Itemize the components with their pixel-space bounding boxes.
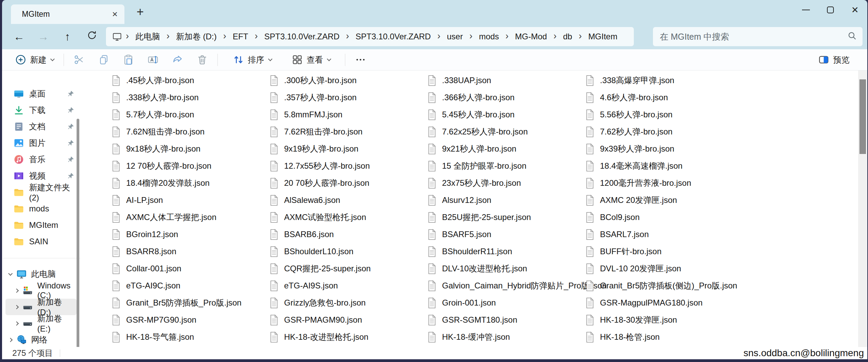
file-item[interactable]: Granit_Br5防弹插板(侧边)_Pro版.json [584,277,742,294]
file-item[interactable]: .338UAP.json [426,72,584,89]
file-item[interactable]: 15 全防护眼罩-bro.json [426,157,584,174]
close-button[interactable]: ✕ [843,0,867,20]
more-button[interactable] [351,51,370,69]
file-item[interactable]: .366秒人弹-bro.json [426,89,584,106]
file-item[interactable]: GSR-MagpulPMAG180.json [584,294,742,311]
file-item[interactable]: BShoulderL10.json [268,243,426,260]
file-item[interactable]: AXMC人体工学握把.json [110,209,268,226]
file-item[interactable]: BSARB6.json [268,226,426,243]
breadcrumb-item[interactable]: MGItem [584,30,622,43]
file-item[interactable]: BGroin12.json [110,226,268,243]
file-item[interactable]: HK-18-30发弹匣.json [584,311,742,328]
sidebar-item[interactable]: 文档 [5,118,77,135]
file-item[interactable]: GSR-SGMT180.json [426,311,584,328]
file-item[interactable]: 5.7秒人弹-bro.json [110,106,268,123]
chevron-right-icon[interactable] [14,305,19,309]
tab-close-icon[interactable]: ✕ [109,8,121,21]
breadcrumb-item[interactable]: EFT [229,30,252,43]
file-item[interactable]: HK-18-枪管.json [584,328,742,346]
breadcrumb-item[interactable]: user [443,30,467,43]
file-item[interactable]: 5.45秒人弹-bro.json [426,106,584,123]
file-item[interactable]: Alsurv12.json [426,192,584,209]
file-item[interactable]: BSARL7.json [584,226,742,243]
breadcrumb-item[interactable]: MG-Mod [511,30,551,43]
scrollbar-thumb[interactable] [859,79,866,154]
file-item[interactable]: 1200毫升营养液-bro.json [584,174,742,192]
file-item[interactable]: GSR-PMAGM90.json [268,311,426,328]
sidebar-item[interactable]: 下载 [5,102,77,118]
sort-button[interactable]: 排序 [229,51,276,69]
minimize-button[interactable] [793,0,818,20]
tree-item[interactable]: 新加卷 (E:) [5,315,77,332]
file-item[interactable]: Granit_Br5防弹插板_Pro版.json [110,294,268,311]
up-button[interactable]: ↑ [55,27,80,47]
tree-item[interactable]: 新加卷 (D:) [5,299,77,315]
maximize-button[interactable] [818,0,843,20]
file-item[interactable]: AlSalewa6.json [268,192,426,209]
file-item[interactable]: 23x75秒人弹-bro.json [426,174,584,192]
file-item[interactable]: 7.62秒人弹-bro.json [584,123,742,140]
file-item[interactable]: 18.4毫米高速榴弹.json [584,157,742,174]
file-item[interactable]: 5.56秒人弹-bro.json [584,106,742,123]
share-button[interactable] [168,51,187,69]
file-item[interactable]: CQR握把-25-super.json [268,260,426,277]
new-button[interactable]: 新建 [12,51,58,69]
sidebar-item[interactable]: 视频 [5,168,77,184]
file-item[interactable]: 18.4榴弹20发弹鼓.json [110,174,268,192]
file-item[interactable]: GSR-MP7G90.json [110,311,268,328]
file-item[interactable]: 7.62N狙击弹-bro.json [110,123,268,140]
sidebar-item[interactable]: 新建文件夹 (2) [5,184,77,201]
tree-item[interactable]: Windows (C:) [5,282,77,299]
sidebar-item[interactable]: 图片 [5,135,77,151]
file-item[interactable]: .338秒人弹-bro.json [110,89,268,106]
tree-item[interactable]: 此电脑 [5,266,77,282]
file-item[interactable]: 5.8mmFMJ.json [268,106,426,123]
file-item[interactable]: B25U握把-25-super.json [426,209,584,226]
file-item[interactable]: Grizzly急救包-bro.json [268,294,426,311]
file-item[interactable]: BSARF5.json [426,226,584,243]
file-item[interactable]: Collar-001.json [110,260,268,277]
file-item[interactable]: Galvion_Caiman_Hybrid防弹贴片_Pro版.json [426,277,584,294]
file-item[interactable]: AXMC试验型枪托.json [268,209,426,226]
rename-button[interactable] [143,51,163,69]
refresh-button[interactable] [80,27,104,47]
file-item[interactable]: BShoulderR11.json [426,243,584,260]
paste-button[interactable] [119,51,138,69]
tab-mgitem[interactable]: MGItem ✕ [11,4,124,24]
vertical-scrollbar[interactable] [858,70,867,347]
preview-button[interactable]: 预览 [815,51,853,69]
new-tab-button[interactable]: + [133,5,147,19]
copy-button[interactable] [94,51,113,69]
file-item[interactable]: .357秒人弹-bro.json [268,89,426,106]
breadcrumb-item[interactable]: 此电脑 [131,29,164,44]
file-item[interactable]: Groin-001.json [426,294,584,311]
forward-button[interactable]: → [31,27,55,47]
file-item[interactable]: 12 70秒人霰弹-bro.json [110,157,268,174]
file-item[interactable]: HK-18-缓冲管.json [426,328,584,346]
breadcrumb-item[interactable]: 新加卷 (D:) [172,29,221,44]
sidebar-item[interactable]: 桌面 [5,86,77,102]
file-item[interactable]: HK-18-改进型枪托.json [268,328,426,346]
chevron-right-icon[interactable] [14,321,19,326]
file-item[interactable]: 9x18秒人弹-bro.json [110,140,268,157]
file-item[interactable]: BCol9.json [584,209,742,226]
file-item[interactable]: BSARR8.json [110,243,268,260]
file-item[interactable]: .300秒人弹-bro.json [268,72,426,89]
sidebar-item[interactable]: mods [5,201,77,217]
search-input[interactable]: 在 MGItem 中搜索 [653,27,863,46]
delete-button[interactable] [192,51,212,69]
file-item[interactable]: AXMC 20发弹匣.json [584,192,742,209]
breadcrumb-item[interactable]: SPT3.10.0Ver.ZARD [351,30,435,43]
file-item[interactable]: 12.7x55秒人弹-bro.json [268,157,426,174]
back-button[interactable]: ← [7,27,31,47]
file-item[interactable]: 9x39秒人弹-bro.json [584,140,742,157]
file-item[interactable]: 4.6秒人弹-bro.json [584,89,742,106]
file-item[interactable]: .338高爆穿甲弹.json [584,72,742,89]
breadcrumb-item[interactable]: db [559,30,576,43]
file-item[interactable]: 9x19秒人弹-bro.json [268,140,426,157]
file-item[interactable]: DVL-10 20发弹匣.json [584,260,742,277]
file-item[interactable]: 9x21秒人弹-bro.json [426,140,584,157]
breadcrumb-item[interactable]: SPT3.10.0Ver.ZARD [260,30,344,43]
chevron-down-icon[interactable] [8,271,13,276]
file-item[interactable]: 20 70秒人霰弹-bro.json [268,174,426,192]
